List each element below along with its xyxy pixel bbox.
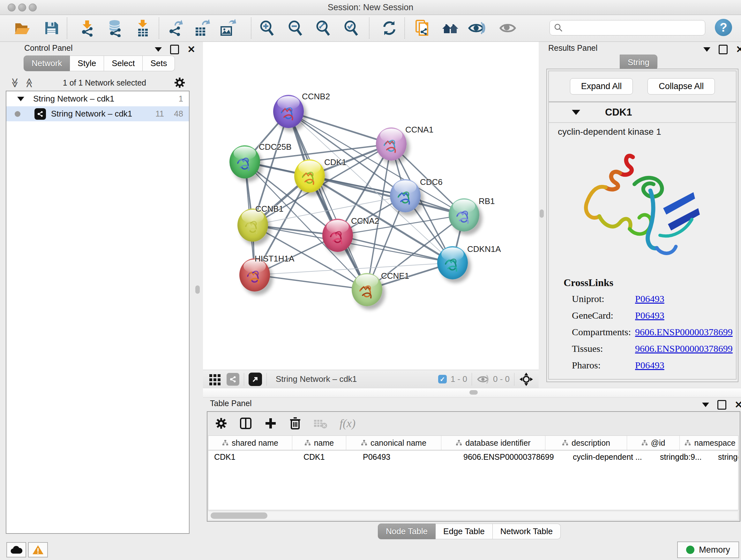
network-node-ccna1[interactable]: [376, 127, 407, 161]
delete-table-icon[interactable]: [313, 418, 327, 429]
export-network-button[interactable]: [166, 19, 185, 37]
show-all-button[interactable]: [498, 19, 517, 37]
collapse-all-button[interactable]: Collapse All: [648, 78, 715, 95]
create-column-plus-icon[interactable]: [264, 417, 277, 430]
network-node-cdk1[interactable]: [294, 159, 325, 192]
network-node-cdc6[interactable]: [390, 179, 421, 212]
node-label: RB1: [479, 196, 495, 206]
hide-selected-button[interactable]: [467, 19, 486, 37]
search-input[interactable]: [566, 22, 705, 34]
panel-menu-icon[interactable]: [703, 47, 711, 52]
panel-float-icon[interactable]: [718, 400, 726, 410]
collection-expand-icon[interactable]: [17, 97, 24, 101]
crosslink-link[interactable]: P06493: [635, 294, 664, 304]
panel-close-icon[interactable]: ✕: [735, 401, 741, 409]
help-button[interactable]: ?: [715, 19, 732, 36]
zoom-out-button[interactable]: [286, 19, 305, 37]
open-session-button[interactable]: [13, 19, 31, 37]
table-panel-title: Table Panel: [210, 399, 252, 408]
column-header[interactable]: name: [292, 436, 346, 450]
function-builder-icon[interactable]: f(x): [340, 417, 355, 430]
node-details-header[interactable]: CDK1: [549, 103, 736, 123]
warnings-button[interactable]: [28, 542, 48, 557]
crosslink-link[interactable]: 9606.ENSP00000378699: [635, 343, 733, 354]
network-node-cdc25b[interactable]: [229, 145, 260, 179]
network-node-ccne1[interactable]: [352, 273, 382, 306]
table-cell: stringdb:9...: [654, 450, 712, 463]
network-edge[interactable]: [288, 111, 367, 290]
save-session-button[interactable]: [42, 19, 61, 37]
panel-float-icon[interactable]: [719, 45, 728, 54]
collection-label: String Network – cdk1: [33, 94, 114, 104]
zoom-fit-button[interactable]: [314, 19, 333, 37]
zoom-in-button[interactable]: [258, 19, 276, 37]
column-header[interactable]: namespace: [680, 436, 738, 450]
right-splitter-handle[interactable]: [540, 209, 544, 218]
panel-close-icon[interactable]: ✕: [736, 46, 741, 53]
export-table-button[interactable]: [192, 19, 211, 37]
apply-layout-button[interactable]: [380, 19, 399, 37]
string-view-icon[interactable]: [226, 373, 239, 386]
birdseye-grid-icon[interactable]: [209, 373, 221, 386]
selected-checkbox-icon[interactable]: ✓: [438, 375, 447, 383]
tab-style[interactable]: Style: [70, 56, 104, 71]
crosslink-link[interactable]: P06493: [635, 310, 664, 321]
delete-column-trash-icon[interactable]: [289, 417, 301, 430]
panel-float-icon[interactable]: [170, 45, 179, 54]
import-network-database-button[interactable]: [105, 19, 124, 37]
collapse-all-networks-icon[interactable]: ≪: [24, 78, 36, 87]
tab-network[interactable]: Network: [23, 56, 70, 71]
crosslink-link[interactable]: 9606.ENSP00000378699: [635, 327, 733, 337]
zoom-selected-button[interactable]: [342, 19, 360, 37]
network-node-ccnb2[interactable]: [273, 95, 304, 128]
clone-network-button[interactable]: [413, 19, 431, 37]
column-header[interactable]: description: [545, 436, 627, 450]
tab-select[interactable]: Select: [104, 56, 143, 71]
import-table-file-button[interactable]: [133, 19, 152, 37]
open-in-window-icon[interactable]: [249, 373, 262, 386]
network-collection-row[interactable]: String Network – cdk1 1: [6, 91, 189, 106]
column-type-icon: [684, 440, 691, 446]
bottom-splitter-handle[interactable]: [469, 390, 478, 395]
memory-button[interactable]: Memory: [677, 542, 739, 558]
column-header[interactable]: shared name: [208, 436, 292, 450]
tab-network-table[interactable]: Network Table: [493, 523, 561, 539]
collapse-section-icon[interactable]: [572, 110, 580, 115]
expand-all-button[interactable]: Expand All: [570, 78, 633, 95]
panel-menu-icon[interactable]: [702, 402, 709, 407]
node-navigator-icon[interactable]: [519, 372, 534, 387]
node-label: CCNE1: [381, 271, 409, 281]
cloud-status-button[interactable]: [6, 542, 26, 557]
scrollbar-thumb[interactable]: [211, 512, 267, 519]
tab-string[interactable]: String: [620, 55, 657, 70]
table-row[interactable]: CDK1CDK1P064939606.ENSP00000378699cyclin…: [208, 450, 738, 463]
show-columns-icon[interactable]: [239, 417, 252, 430]
table-horizontal-scrollbar[interactable]: [208, 511, 738, 520]
panel-menu-icon[interactable]: [155, 47, 162, 52]
table-cell: CDK1: [298, 450, 357, 463]
left-splitter-handle[interactable]: [195, 286, 200, 294]
network-row-selected[interactable]: String Network – cdk1 11 48: [6, 106, 189, 121]
tab-sets[interactable]: Sets: [143, 56, 175, 71]
column-header[interactable]: @id: [627, 436, 680, 450]
first-neighbors-button[interactable]: [441, 19, 460, 37]
table-settings-gear-icon[interactable]: [215, 417, 227, 429]
network-node-rb1[interactable]: [449, 198, 479, 232]
horizontal-splitter[interactable]: [203, 388, 741, 397]
tab-edge-table[interactable]: Edge Table: [435, 523, 493, 539]
tab-node-table[interactable]: Node Table: [378, 523, 435, 539]
panel-close-icon[interactable]: ✕: [187, 46, 195, 53]
network-node-cdkn1a[interactable]: [437, 246, 468, 279]
crosslink-link[interactable]: P06493: [635, 360, 664, 371]
network-options-gear-icon[interactable]: [174, 77, 185, 88]
network-canvas[interactable]: CCNB2 CCNA1 CDC25B: [203, 42, 539, 370]
column-header[interactable]: canonical name: [346, 436, 441, 450]
network-node-ccna2[interactable]: [322, 219, 353, 252]
expand-all-networks-icon[interactable]: ≫: [10, 78, 21, 87]
export-image-button[interactable]: [218, 19, 237, 37]
column-header[interactable]: database identifier: [441, 436, 545, 450]
network-edge[interactable]: [255, 275, 367, 290]
search-icon: [554, 23, 563, 33]
import-network-file-button[interactable]: [78, 19, 96, 37]
network-edge[interactable]: [338, 235, 453, 263]
